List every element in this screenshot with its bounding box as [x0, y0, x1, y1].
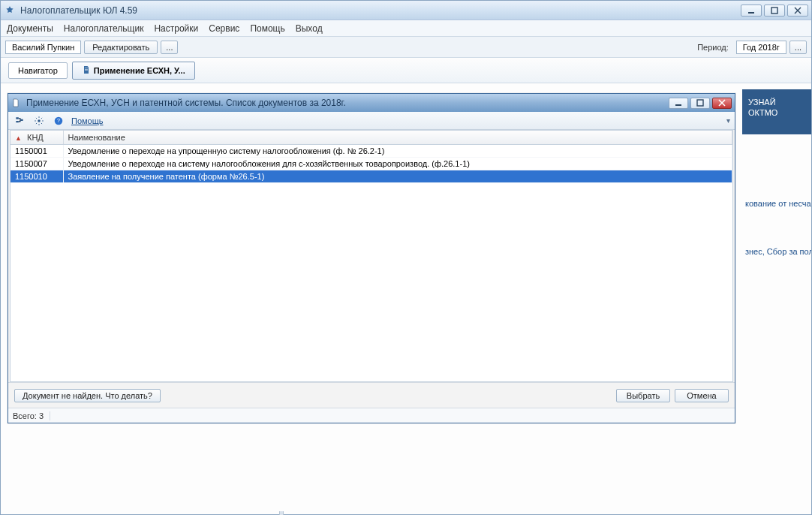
- dialog-titlebar[interactable]: Применение ЕСХН, УСН и патентной системы…: [8, 94, 735, 112]
- cell-name: Уведомление о переходе на систему налого…: [63, 158, 732, 170]
- side-card-line2: ОКТМО: [748, 107, 805, 118]
- svg-rect-3: [697, 100, 703, 106]
- period-label: Период:: [697, 43, 729, 52]
- dialog-icon: [11, 98, 22, 107]
- side-link-business[interactable]: знес, Сбор за польз: [742, 244, 811, 259]
- app-icon: [4, 5, 16, 17]
- app-title: Налогоплательщик ЮЛ 4.59: [20, 5, 741, 16]
- cell-name: Уведомление о переходе на упрощенную сис…: [63, 145, 732, 158]
- main-window-controls: [741, 5, 808, 17]
- dialog-title: Применение ЕСХН, УСН и патентной системы…: [26, 98, 669, 108]
- svg-point-4: [38, 119, 41, 122]
- svg-rect-0: [748, 12, 754, 14]
- menu-taxpayer[interactable]: Налогоплательщик: [64, 23, 144, 34]
- dialog-statusbar: Всего: 3: [8, 408, 735, 423]
- table-row[interactable]: 1150010Заявление на получение патента (ф…: [11, 170, 732, 183]
- sort-indicator-icon: ▲: [15, 134, 22, 142]
- menubar: Документы Налогоплательщик Настройки Сер…: [1, 20, 811, 37]
- tab-navigator[interactable]: Навигатор: [8, 62, 68, 79]
- menu-help[interactable]: Помощь: [250, 23, 284, 34]
- user-name-box[interactable]: Василий Пупкин: [5, 41, 81, 54]
- table-row[interactable]: 1150007Уведомление о переходе на систему…: [11, 158, 732, 170]
- dialog-close-button[interactable]: [712, 98, 732, 109]
- status-total: Всего: 3: [13, 411, 50, 420]
- toolbar-chevron-icon[interactable]: ▾: [726, 116, 730, 125]
- period-year-box[interactable]: Год 2018г: [736, 41, 786, 54]
- column-name-label: Наименование: [68, 133, 125, 142]
- svg-text:?: ?: [57, 118, 60, 123]
- main-toolbar: Василий Пупкин Редактировать ... Период:…: [1, 37, 811, 58]
- cell-knd: 1150001: [11, 145, 63, 158]
- menu-exit[interactable]: Выход: [296, 23, 323, 34]
- tool-settings-icon[interactable]: [32, 114, 46, 128]
- main-maximize-button[interactable]: [764, 5, 785, 17]
- dialog-window-controls: [669, 98, 732, 109]
- document-table: ▲ КНД Наименование 1150001Уведомление о …: [10, 130, 733, 382]
- column-name[interactable]: Наименование: [63, 131, 732, 145]
- select-button[interactable]: Выбрать: [616, 389, 670, 402]
- side-card-line1: УЗНАЙ: [748, 97, 805, 107]
- main-titlebar[interactable]: Налогоплательщик ЮЛ 4.59: [1, 1, 811, 20]
- cell-knd: 1150007: [11, 158, 63, 170]
- column-knd-label: КНД: [27, 133, 44, 142]
- not-found-button[interactable]: Документ не найден. Что делать?: [14, 389, 161, 402]
- svg-rect-1: [771, 8, 777, 14]
- right-panel: УЗНАЙ ОКТМО кование от несчаст знес, Сбо…: [742, 89, 811, 259]
- cell-knd: 1150010: [11, 170, 63, 183]
- svg-rect-2: [675, 104, 681, 106]
- side-card-oktmo[interactable]: УЗНАЙ ОКТМО: [742, 89, 811, 134]
- column-knd[interactable]: ▲ КНД: [11, 131, 63, 145]
- table-row[interactable]: 1150001Уведомление о переходе на упрощен…: [11, 145, 732, 158]
- tab-active-label: Применение ЕСХН, У...: [94, 66, 185, 75]
- tab-navigator-label: Навигатор: [18, 66, 58, 75]
- splitter[interactable]: [279, 511, 284, 515]
- tab-active-document[interactable]: Применение ЕСХН, У...: [72, 62, 195, 80]
- document-list-dialog: Применение ЕСХН, УСН и патентной системы…: [8, 93, 735, 423]
- dialog-footer: Документ не найден. Что делать? Выбрать …: [8, 382, 735, 408]
- menu-service[interactable]: Сервис: [209, 23, 239, 34]
- menu-settings[interactable]: Настройки: [154, 23, 198, 34]
- period-more-button[interactable]: ...: [789, 41, 807, 54]
- toolbar-spacer: [181, 47, 690, 47]
- dialog-toolbar: ? Помощь ▾: [8, 112, 735, 130]
- dialog-minimize-button[interactable]: [669, 98, 688, 109]
- document-icon: [82, 65, 91, 76]
- main-close-button[interactable]: [787, 5, 808, 17]
- tab-row: Навигатор Применение ЕСХН, У...: [1, 58, 811, 83]
- help-link[interactable]: Помощь: [71, 116, 104, 125]
- main-minimize-button[interactable]: [741, 5, 762, 17]
- table-header-row: ▲ КНД Наименование: [11, 131, 732, 145]
- side-link-insurance[interactable]: кование от несчаст: [742, 196, 811, 211]
- edit-button[interactable]: Редактировать: [84, 41, 158, 54]
- menu-documents[interactable]: Документы: [7, 23, 53, 34]
- user-more-button[interactable]: ...: [161, 41, 178, 54]
- tool-help-icon[interactable]: ?: [52, 114, 65, 128]
- cell-name: Заявление на получение патента (форма №2…: [63, 170, 732, 183]
- tool-tree-icon[interactable]: [13, 114, 26, 128]
- cancel-button[interactable]: Отмена: [675, 389, 729, 402]
- dialog-maximize-button[interactable]: [690, 98, 710, 109]
